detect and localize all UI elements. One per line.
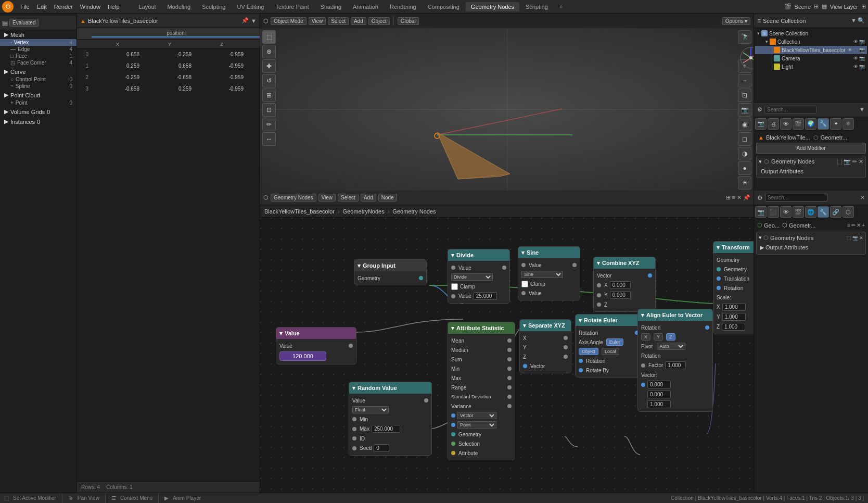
copy-view-layer-icon[interactable]: ⊞ — [861, 3, 866, 10]
gn-real-time-icon[interactable]: ⬚ — [837, 158, 842, 165]
outliner-light[interactable]: Light 👁 📷 — [755, 62, 867, 71]
ws-compositing[interactable]: Compositing — [423, 2, 465, 11]
combine-xyz-collapse-icon[interactable]: ▾ — [597, 260, 600, 267]
viewport-mode-selector[interactable]: Object Mode — [271, 17, 307, 25]
light-view-icon[interactable]: 👁 — [853, 64, 858, 69]
viewport-gizmo[interactable] — [738, 45, 751, 58]
outliner-byt-object[interactable]: BlackYellowTiles_basecolor 👁 ⬚ 📷 — [755, 46, 867, 54]
ws-sculpting[interactable]: Sculpting — [197, 2, 231, 11]
menu-file[interactable]: File — [17, 3, 33, 11]
shading-wireframe[interactable]: ◻ — [738, 132, 751, 146]
combine-x-input[interactable] — [610, 281, 631, 289]
node-layout-icon[interactable]: ≡ — [732, 194, 735, 201]
sidebar-instances-header[interactable]: ▶ Instances 0 — [0, 117, 76, 126]
props-search[interactable] — [764, 106, 816, 114]
gn-render-icon[interactable]: 📷 — [844, 158, 851, 165]
render-mode-btn[interactable]: ◉ — [738, 118, 751, 131]
shading-solid[interactable]: ◑ — [738, 147, 751, 160]
breadcrumb-object[interactable]: BlackYellowTiles_basecolor — [264, 208, 335, 215]
gn-output-attrs[interactable]: Output Attributes — [759, 167, 863, 175]
props-scene-icon[interactable]: 🎬 — [793, 118, 804, 130]
outliner-filter-icon[interactable]: ▼ — [851, 17, 857, 24]
geonodes-edit-icon[interactable]: ✏ — [851, 222, 856, 228]
props2-data-icon[interactable]: ⬡ — [843, 206, 854, 218]
ws-add[interactable]: + — [554, 2, 568, 11]
sine-collapse-icon[interactable]: ▾ — [521, 249, 525, 256]
measure-tool-btn[interactable]: ↔ — [262, 132, 276, 146]
geonodes-filter-icon[interactable]: ≡ — [847, 222, 850, 228]
sidebar-curve-header[interactable]: ▶ Curve — [0, 67, 76, 76]
attr-stat-vector-select[interactable]: Vector — [457, 412, 496, 419]
align-euler-collapse-icon[interactable]: ▾ — [641, 312, 644, 319]
viewport-3d[interactable]: ⬡ Object Mode View Select Add Object Glo… — [260, 14, 754, 191]
byt-view-icon[interactable]: 👁 — [848, 47, 852, 53]
camera-view-btn[interactable]: 📷 — [738, 103, 751, 117]
transform-sz-input[interactable] — [722, 323, 745, 331]
breadcrumb-node-group[interactable]: Geometry Nodes — [392, 208, 436, 215]
group-input-collapse-icon[interactable]: ▾ — [358, 262, 361, 269]
combine-y-input[interactable] — [610, 291, 631, 299]
sidebar-edge[interactable]: — Edge 4 — [0, 46, 76, 53]
align-vx-input[interactable] — [647, 381, 671, 388]
ws-geometry-nodes[interactable]: Geometry Nodes — [466, 2, 519, 11]
shading-rendered[interactable]: ☀ — [738, 176, 751, 190]
ws-texture-paint[interactable]: Texture Paint — [270, 2, 314, 11]
node-editor-type[interactable]: Geometry Nodes — [271, 194, 316, 202]
breadcrumb-modifier[interactable]: GeometryNodes — [343, 208, 385, 215]
outliner-scene-collection[interactable]: ▾ S Scene Collection — [755, 29, 867, 37]
sidebar-face[interactable]: □ Face 1 — [0, 53, 76, 59]
node-close-icon[interactable]: ✕ — [737, 194, 742, 201]
rotate-object-toggle[interactable]: Object — [579, 348, 598, 355]
rotate-local-toggle[interactable]: Local — [602, 348, 619, 355]
sidebar-volume-header[interactable]: ▶ Volume Grids 0 — [0, 107, 76, 116]
menu-render[interactable]: Render — [50, 3, 76, 11]
gn-render-icon2[interactable]: 📷 — [852, 235, 858, 241]
ws-layout[interactable]: Layout — [134, 2, 161, 11]
align-x-toggle[interactable]: X — [641, 333, 650, 341]
random-type-select[interactable]: Float — [352, 406, 389, 413]
sidebar-control-point[interactable]: ○ Control Point 0 — [0, 76, 76, 83]
sep-xyz-collapse-icon[interactable]: ▾ — [523, 322, 526, 329]
attr-stat-point-select[interactable]: Point — [457, 421, 496, 429]
outliner-camera[interactable]: Camera 👁 📷 — [755, 54, 867, 62]
props2-output-icon[interactable]: ⬛ — [768, 206, 779, 218]
filter-icon[interactable]: ▼ — [251, 18, 257, 24]
viewport-options-btn[interactable]: Options ▾ — [722, 17, 750, 25]
random-max-input[interactable] — [372, 425, 400, 433]
props2-world-icon[interactable]: 🌐 — [805, 206, 816, 218]
props-render-icon[interactable]: 📷 — [755, 118, 767, 130]
gn-delete-icon[interactable]: ✕ — [859, 158, 863, 165]
node-select-btn[interactable]: Select — [338, 194, 359, 202]
node-view-btn[interactable]: View — [318, 194, 336, 202]
sidebar-vertex[interactable]: · Vertex 4 — [0, 39, 76, 46]
ws-animation[interactable]: Animation — [348, 2, 384, 11]
divide-clamp-checkbox[interactable] — [451, 283, 458, 290]
node-canvas[interactable]: ▾ Group Input Geometry — [260, 218, 754, 493]
value-collapse-icon[interactable]: ▾ — [279, 330, 283, 337]
random-value-collapse-icon[interactable]: ▾ — [352, 385, 355, 392]
view-all-btn[interactable]: ⊡ — [738, 89, 751, 102]
node-pin-icon[interactable]: 📌 — [743, 194, 750, 201]
sidebar-mesh-header[interactable]: ▶ Mesh — [0, 30, 76, 39]
props-world-icon[interactable]: 🌍 — [805, 118, 816, 130]
align-pivot-select[interactable]: Auto — [657, 343, 685, 350]
gn-edit-mode-icon[interactable]: ✏ — [852, 158, 857, 165]
props2-scene-icon[interactable]: 🎬 — [793, 206, 804, 218]
camera-render-icon[interactable]: 📷 — [859, 56, 865, 61]
props2-render-icon[interactable]: 📷 — [755, 206, 767, 218]
camera-view-icon[interactable]: 👁 — [853, 56, 858, 61]
gn-output-section[interactable]: ▶ Output Attributes — [759, 243, 863, 252]
value-number-input[interactable] — [279, 351, 326, 361]
byt-select-icon[interactable]: ⬚ — [853, 47, 858, 53]
collection-view-icon[interactable]: 👁 — [853, 39, 858, 44]
gn-card-expand-icon[interactable]: ▾ — [759, 234, 762, 241]
props-view-icon[interactable]: 👁 — [780, 118, 792, 130]
attr-stat-collapse-icon[interactable]: ▾ — [451, 325, 454, 332]
shading-material[interactable]: ● — [738, 161, 751, 175]
light-render-icon[interactable]: 📷 — [859, 64, 865, 69]
gn-realtime-icon2[interactable]: ⬚ — [847, 235, 851, 241]
add-modifier-btn[interactable]: Add Modifier — [756, 143, 866, 154]
rotate-euler-toggle[interactable]: Euler — [606, 338, 623, 346]
status-anim-player[interactable]: Anim Player — [173, 495, 201, 501]
outliner-collection[interactable]: ▾ Collection 👁 📷 — [755, 37, 867, 46]
